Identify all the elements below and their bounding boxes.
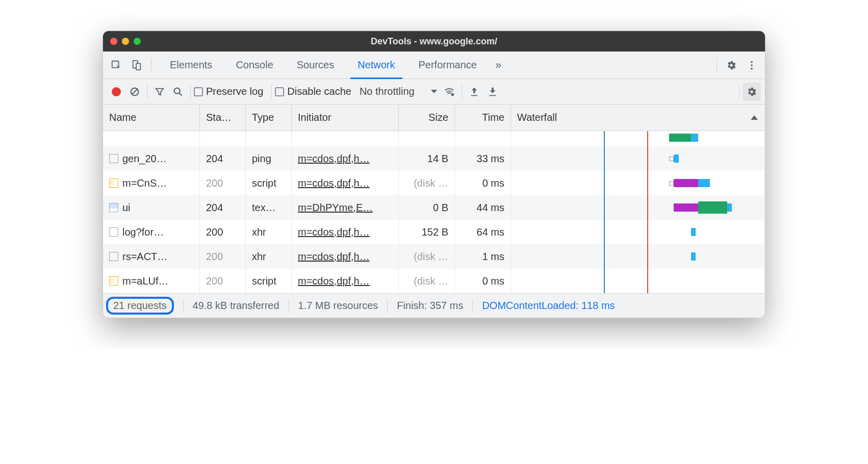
table-row[interactable]: m=CnS… 200 script m=cdos,dpf,h… (disk … … (103, 171, 765, 195)
divider (147, 85, 147, 99)
svg-point-3 (751, 61, 753, 63)
record-button[interactable] (107, 83, 125, 101)
traffic-lights (110, 38, 141, 45)
throttling-dropdown[interactable]: No throttling (356, 86, 440, 97)
tab-network[interactable]: Network (348, 51, 404, 79)
tab-sources[interactable]: Sources (288, 51, 343, 79)
settings-icon[interactable] (722, 56, 741, 74)
minimize-icon[interactable] (122, 38, 129, 45)
domcontentloaded: DOMContentLoaded: 118 ms (482, 300, 615, 312)
throttling-value: No throttling (360, 86, 415, 97)
svg-line-7 (132, 89, 138, 94)
statusbar: 21 requests 49.8 kB transferred 1.7 MB r… (103, 293, 765, 318)
grid-rows: gen_20… 204 ping m=cdos,dpf,h… 14 B 33 m… (103, 131, 765, 293)
file-type-icon (109, 178, 118, 188)
tabbar: Elements Console Sources Network Perform… (103, 51, 765, 79)
network-grid: Name Sta… Type Initiator Size Time Water… (103, 105, 765, 293)
more-menu-icon[interactable] (743, 56, 761, 74)
window-title: DevTools - www.google.com/ (103, 36, 765, 47)
table-row[interactable]: m=aLUf… 200 script m=cdos,dpf,h… (disk …… (103, 269, 765, 293)
svg-point-10 (451, 93, 454, 96)
grid-header: Name Sta… Type Initiator Size Time Water… (103, 105, 765, 131)
table-row[interactable]: log?for… 200 xhr m=cdos,dpf,h… 152 B 64 … (103, 220, 765, 244)
download-har-icon[interactable] (483, 83, 502, 101)
svg-rect-2 (136, 63, 140, 70)
upload-har-icon[interactable] (465, 83, 483, 101)
divider (717, 58, 717, 72)
tab-performance[interactable]: Performance (410, 51, 487, 79)
col-type[interactable]: Type (246, 105, 292, 131)
divider (271, 85, 272, 99)
divider (462, 85, 462, 99)
col-size[interactable]: Size (399, 105, 455, 131)
divider (739, 85, 739, 99)
filter-icon[interactable] (150, 83, 169, 101)
col-time[interactable]: Time (455, 105, 511, 131)
sort-asc-icon (751, 115, 758, 120)
close-icon[interactable] (110, 38, 117, 45)
col-status[interactable]: Sta… (200, 105, 246, 131)
panel-tabs: Elements Console Sources Network Perform… (161, 51, 711, 79)
network-toolbar: Preserve log Disable cache No throttling (103, 79, 765, 105)
table-row[interactable]: ui 204 tex… m=DhPYme,E… 0 B 44 ms (103, 195, 765, 220)
tab-elements[interactable]: Elements (161, 51, 221, 79)
file-type-icon (109, 203, 118, 212)
network-conditions-icon[interactable] (440, 83, 458, 101)
clear-icon[interactable] (125, 83, 144, 101)
requests-count: 21 requests (106, 297, 174, 315)
divider (151, 58, 151, 72)
tab-console[interactable]: Console (226, 51, 282, 79)
file-type-icon (109, 252, 118, 261)
devtools-window: DevTools - www.google.com/ Elements Cons… (103, 31, 765, 318)
inspect-element-icon[interactable] (107, 56, 125, 74)
svg-point-5 (751, 67, 753, 69)
network-settings-icon[interactable] (743, 83, 761, 101)
col-initiator[interactable]: Initiator (292, 105, 399, 131)
tabs-overflow-icon[interactable]: » (491, 51, 505, 79)
table-row[interactable]: gen_20… 204 ping m=cdos,dpf,h… 14 B 33 m… (103, 146, 765, 171)
svg-point-4 (751, 64, 753, 66)
disable-cache-label: Disable cache (287, 86, 351, 97)
col-waterfall[interactable]: Waterfall (511, 105, 765, 131)
preserve-log-label: Preserve log (206, 86, 263, 97)
transferred: 49.8 kB transferred (193, 300, 279, 312)
overview-row (103, 131, 765, 146)
device-toggle-icon[interactable] (127, 56, 146, 74)
search-icon[interactable] (169, 83, 187, 101)
file-type-icon (109, 154, 118, 163)
titlebar: DevTools - www.google.com/ (103, 31, 765, 51)
disable-cache-checkbox[interactable]: Disable cache (275, 86, 356, 97)
file-type-icon (109, 276, 118, 286)
file-type-icon (109, 227, 118, 237)
resources: 1.7 MB resources (298, 300, 378, 312)
preserve-log-checkbox[interactable]: Preserve log (194, 86, 268, 97)
finish: Finish: 357 ms (397, 300, 463, 312)
zoom-icon[interactable] (134, 38, 141, 45)
table-row[interactable]: rs=ACT… 200 xhr m=cdos,dpf,h… (disk … 1 … (103, 244, 765, 269)
divider (190, 85, 191, 99)
chevron-down-icon (431, 90, 437, 93)
svg-line-9 (180, 93, 182, 95)
svg-point-8 (174, 88, 180, 93)
col-name[interactable]: Name (103, 105, 200, 131)
